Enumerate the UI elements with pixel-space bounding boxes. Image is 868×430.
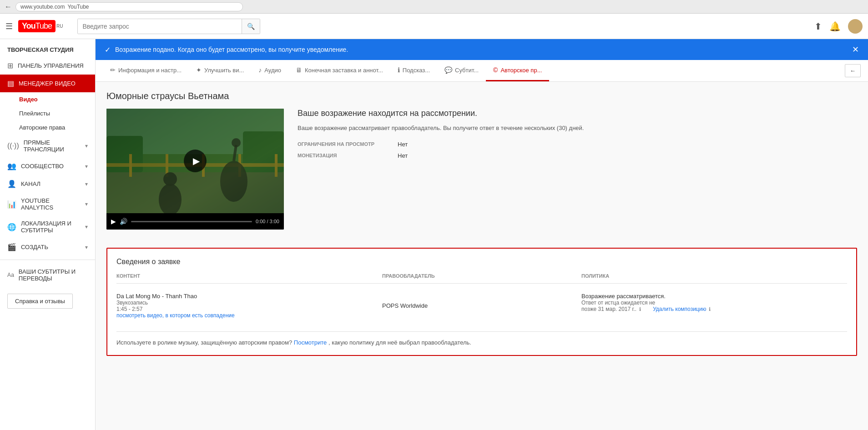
avatar[interactable]	[848, 19, 863, 34]
channel-arrow-icon: ▾	[85, 181, 88, 187]
claim-content-link[interactable]: посмотреть видео, в котором есть совпаде…	[116, 312, 382, 319]
claim-footer-link[interactable]: Посмотрите	[294, 339, 327, 346]
play-control-button[interactable]: ▶	[111, 218, 116, 225]
claim-content: Da Lat Mong Mo - Thanh Thao Звукозапись …	[116, 293, 382, 319]
sidebar-subitem-video[interactable]: Видео	[0, 92, 95, 106]
tab-subtitles[interactable]: 💬 Субтит...	[437, 60, 486, 81]
video-title: Юморные страусы Вьетнама	[106, 91, 857, 101]
browser-bar: ← www.youtube.com YouTube	[0, 0, 868, 14]
notification-close-button[interactable]: ✕	[852, 45, 859, 55]
claim-section-title: Сведения о заявке	[116, 258, 847, 266]
play-icon: ▶	[193, 155, 200, 166]
notification-message: Возражение подано. Когда оно будет рассм…	[115, 46, 348, 53]
youtube-logo-lang: RU	[56, 24, 63, 29]
community-arrow-icon: ▾	[85, 163, 88, 170]
video-content-row: ▶ ▶ 🔊 0:00 / 3:00 Ваше возражение нахо	[106, 109, 857, 230]
tab-info-icon: ✏	[110, 66, 116, 74]
help-feedback-button[interactable]: Справка и отзывы	[7, 294, 73, 309]
tabs-bar: ✏ Информация и настр... ✦ Улучшить ви...…	[96, 60, 868, 82]
claim-policy-status: Возражение рассматривается.	[581, 293, 847, 300]
upload-icon[interactable]: ⬆	[814, 21, 822, 32]
notification-check-icon: ✓	[105, 45, 111, 54]
tab-info[interactable]: ✏ Информация и настр...	[103, 60, 189, 81]
sidebar-label-subtitles: ВАШИ СУБТИТРЫ И ПЕРЕВОДЫ	[19, 268, 88, 282]
search-button[interactable]: 🔍	[242, 19, 260, 34]
restrictions-row: ОГРАНИЧЕНИЯ НА ПРОСМОТР Нет	[298, 141, 857, 148]
claim-row: Da Lat Mong Mo - Thanh Thao Звукозапись …	[116, 289, 847, 322]
restrictions-label: ОГРАНИЧЕНИЯ НА ПРОСМОТР	[298, 141, 389, 147]
sidebar-label-create: СОЗДАТЬ	[21, 244, 48, 250]
claim-table-header: КОНТЕНТ ПРАВООБЛАДАТЕЛЬ ПОЛИТИКА	[116, 273, 847, 284]
create-arrow-icon: ▾	[85, 244, 88, 250]
search-bar: 🔍	[77, 19, 260, 34]
sidebar-item-channel[interactable]: 👤 КАНАЛ ▾	[0, 175, 95, 193]
sidebar-subitem-copyright[interactable]: Авторские права	[0, 120, 95, 135]
tab-audio-icon: ♪	[258, 66, 262, 74]
claim-owner: POPS Worldwide	[382, 302, 581, 309]
video-player: ▶ ▶ 🔊 0:00 / 3:00	[106, 109, 284, 230]
volume-control-button[interactable]: 🔊	[120, 218, 127, 225]
tab-hints-icon: ℹ	[398, 66, 400, 74]
svg-point-13	[232, 138, 241, 147]
sidebar-item-live[interactable]: ((·)) ПРЯМЫЕ ТРАНСЛЯЦИИ ▾	[0, 135, 95, 157]
tab-hints[interactable]: ℹ Подсказ...	[390, 60, 437, 81]
video-play-button[interactable]: ▶	[184, 150, 207, 172]
video-thumbnail[interactable]: ▶	[106, 109, 284, 213]
tab-improve[interactable]: ✦ Улучшить ви...	[189, 60, 251, 81]
sidebar-item-subtitles[interactable]: Аа ВАШИ СУБТИТРЫ И ПЕРЕВОДЫ	[0, 264, 95, 286]
sidebar-item-community[interactable]: 👥 СООБЩЕСТВО ▾	[0, 157, 95, 175]
tab-copyright[interactable]: © Авторское пр...	[486, 60, 549, 81]
claim-policy-info-icon[interactable]: ℹ	[639, 306, 641, 312]
appeal-title: Ваше возражение находится на рассмотрени…	[298, 109, 857, 118]
sidebar-item-video-manager[interactable]: ▤ МЕНЕДЖЕР ВИДЕО	[0, 75, 95, 92]
tab-improve-icon: ✦	[196, 66, 202, 74]
search-input[interactable]	[78, 19, 242, 34]
browser-url: www.youtube.com	[20, 4, 65, 10]
sidebar-label-dashboard: ПАНЕЛЬ УПРАВЛЕНИЯ	[18, 62, 84, 69]
sidebar-item-create[interactable]: 🎬 СОЗДАТЬ ▾	[0, 238, 95, 256]
svg-rect-6	[129, 154, 132, 177]
analytics-arrow-icon: ▾	[85, 201, 88, 207]
create-icon: 🎬	[7, 243, 16, 251]
hamburger-menu[interactable]: ☰	[5, 21, 13, 31]
claim-header-owner: ПРАВООБЛАДАТЕЛЬ	[382, 273, 581, 279]
tab-audio-label: Аудио	[264, 67, 281, 74]
browser-back-button[interactable]: ←	[5, 3, 12, 11]
restrictions-value: Нет	[398, 141, 408, 148]
page-wrapper: ТВОРЧЕСКАЯ СТУДИЯ ⊞ ПАНЕЛЬ УПРАВЛЕНИЯ ▤ …	[0, 39, 868, 430]
tab-endcard-icon: 🖥	[296, 66, 302, 74]
sidebar-item-analytics[interactable]: 📊 YOUTUBE ANALYTICS ▾	[0, 193, 95, 215]
top-bar-right: ⬆ 🔔	[814, 19, 863, 34]
sidebar-item-dashboard[interactable]: ⊞ ПАНЕЛЬ УПРАВЛЕНИЯ	[0, 57, 95, 75]
sidebar-item-localization[interactable]: 🌐 ЛОКАЛИЗАЦИЯ И СУБТИТРЫ ▾	[0, 215, 95, 238]
youtube-logo[interactable]: YouTube RU	[18, 20, 63, 32]
sidebar-subitem-playlists[interactable]: Плейлисты	[0, 106, 95, 120]
claim-content-title: Da Lat Mong Mo - Thanh Thao	[116, 293, 382, 300]
subtitles-icon: Аа	[7, 272, 14, 278]
notification-banner: ✓ Возражение подано. Когда оно будет рас…	[96, 39, 868, 60]
analytics-icon: 📊	[7, 200, 16, 209]
tab-back-button[interactable]: ←	[845, 64, 861, 77]
sidebar-label-community: СООБЩЕСТВО	[21, 163, 64, 170]
video-progress-bar[interactable]	[131, 221, 252, 222]
sidebar-label-live: ПРЯМЫЕ ТРАНСЛЯЦИИ	[24, 139, 81, 153]
claim-footer: Используете в ролике музыку, защищённую …	[116, 331, 847, 346]
claim-footer-suffix: , какую политику для неё выбрал правообл…	[328, 339, 471, 346]
claim-remove-info-icon[interactable]: ℹ	[709, 306, 711, 312]
claim-policy: Возражение рассматривается. Ответ от ист…	[581, 293, 847, 312]
tab-endcard[interactable]: 🖥 Конечная заставка и аннот...	[288, 60, 390, 81]
browser-url-bar: www.youtube.com YouTube	[15, 2, 243, 11]
channel-icon: 👤	[7, 180, 16, 188]
tab-audio[interactable]: ♪ Аудио	[251, 60, 288, 81]
claim-remove-link[interactable]: Удалить композицию	[653, 306, 706, 312]
browser-tab-title: YouTube	[67, 4, 89, 10]
localization-arrow-icon: ▾	[85, 224, 88, 230]
dashboard-icon: ⊞	[7, 61, 13, 70]
live-icon: ((·))	[7, 142, 19, 150]
tab-copyright-label: Авторское пр...	[500, 67, 542, 74]
bell-icon[interactable]: 🔔	[829, 21, 841, 32]
sidebar-section-title: ТВОРЧЕСКАЯ СТУДИЯ	[0, 39, 95, 57]
claim-content-type: Звукозапись	[116, 300, 382, 306]
video-manager-icon: ▤	[7, 79, 14, 88]
claim-header-policy: ПОЛИТИКА	[581, 273, 847, 279]
